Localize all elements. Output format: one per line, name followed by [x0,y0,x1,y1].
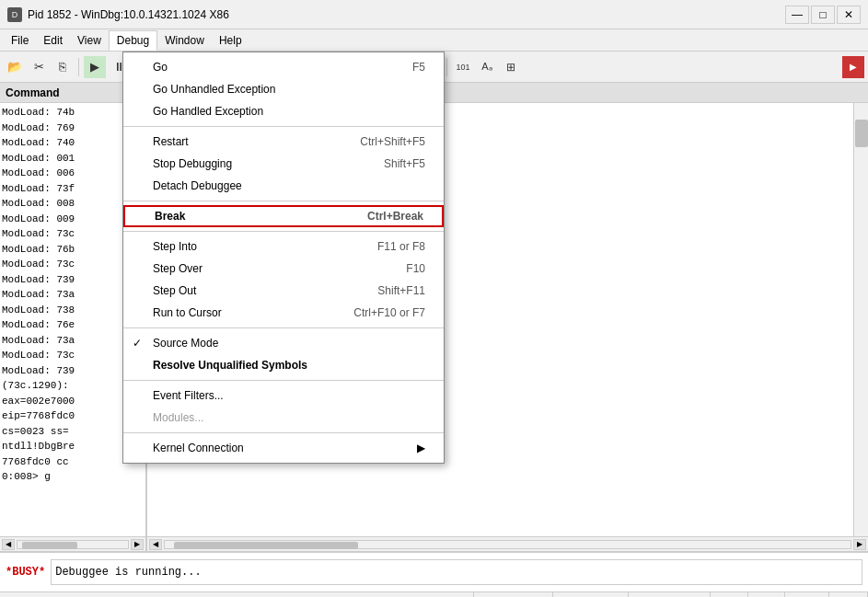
dd-sep4 [123,327,444,328]
status-num: NUM [829,592,868,597]
submenu-arrow-icon: ▶ [417,442,425,454]
menu-stop-debugging[interactable]: Stop Debugging Shift+F5 [123,153,444,175]
app-icon: D [7,7,22,22]
menu-modules: Modules... [123,407,444,429]
dd-sep1 [123,126,444,127]
menu-help[interactable]: Help [212,30,249,51]
status-caps: CAPS [785,592,829,597]
h-scroll-area: ◀ ▶ ◀ ▶ [0,536,868,551]
menu-step-over[interactable]: Step Over F10 [123,258,444,280]
menu-file[interactable]: File [4,30,36,51]
minimize-button[interactable]: — [785,6,809,24]
h-scroll-thumb-left[interactable] [22,542,77,549]
command-input[interactable] [51,559,862,585]
menu-resolve-symbols[interactable]: Resolve Unqualified Symbols [123,354,444,376]
title-controls: — □ ✕ [785,6,861,24]
scroll-thumb[interactable] [855,120,868,147]
busy-status: *BUSY* [6,566,45,579]
menu-kernel-connection[interactable]: Kernel Connection ▶ [123,437,444,459]
tb-console[interactable]: ▶ [842,56,864,78]
dd-sep3 [123,231,444,232]
tb-cut[interactable]: ✂ [28,56,50,78]
menu-bar: File Edit View Debug Window Help [0,29,868,52]
dd-sep5 [123,380,444,381]
vertical-scrollbar[interactable] [853,103,868,536]
menu-detach[interactable]: Detach Debuggee [123,175,444,197]
menu-step-out[interactable]: Step Out Shift+F11 [123,280,444,302]
menu-restart[interactable]: Restart Ctrl+Shift+F5 [123,131,444,153]
close-button[interactable]: ✕ [837,6,861,24]
title-bar: D Pid 1852 - WinDbg:10.0.14321.1024 X86 … [0,0,868,29]
tb-font[interactable]: Aₐ [476,56,498,78]
menu-run-to-cursor[interactable]: Run to Cursor Ctrl+F10 or F7 [123,302,444,324]
h-scroll-right-btn[interactable]: ▶ [131,539,144,550]
menu-edit[interactable]: Edit [36,30,70,51]
cmd-input-area: *BUSY* [0,551,868,591]
h-scroll-track-left[interactable] [17,540,129,549]
tb-copy[interactable]: ⎘ [52,56,74,78]
list-item: 0:008> g [2,469,144,485]
menu-go[interactable]: Go F5 [123,56,444,78]
tb-bytes[interactable]: 101 [452,56,474,78]
maximize-button[interactable]: □ [811,6,835,24]
h-scroll-track-right[interactable] [164,540,851,549]
status-sys: Sys 0:<Local> [474,592,554,597]
menu-debug[interactable]: Debug [109,30,157,51]
status-ln-col: Ln 0, Col 0 [409,592,473,597]
status-asm: ASM [711,592,748,597]
tb-options[interactable]: ⊞ [500,56,522,78]
menu-event-filters[interactable]: Event Filters... [123,385,444,407]
h-scroll-left-btn2[interactable]: ◀ [149,539,162,550]
status-proc: Proc 000:73c [553,592,629,597]
title-bar-left: D Pid 1852 - WinDbg:10.0.14321.1024 X86 [7,7,229,22]
menu-source-mode[interactable]: ✓ Source Mode [123,332,444,354]
tb-open[interactable]: 📂 [4,56,26,78]
menu-window[interactable]: Window [157,30,212,51]
h-scroll-right: ◀ ▶ [147,537,868,551]
menu-view[interactable]: View [70,30,109,51]
h-scroll-left: ◀ ▶ [0,537,147,551]
menu-step-into[interactable]: Step Into F11 or F8 [123,235,444,258]
menu-go-handled[interactable]: Go Handled Exception [123,100,444,122]
menu-go-unhandled[interactable]: Go Unhandled Exception [123,78,444,100]
tb-sep1 [78,58,79,76]
debug-dropdown-menu: Go F5 Go Unhandled Exception Go Handled … [122,52,445,464]
menu-break[interactable]: Break Ctrl+Break [123,205,444,227]
dd-sep6 [123,432,444,433]
status-ovr: OVR [748,592,786,597]
h-scroll-left-btn[interactable]: ◀ [2,539,15,550]
window-title: Pid 1852 - WinDbg:10.0.14321.1024 X86 [28,8,229,21]
dd-sep2 [123,201,444,201]
tb-run[interactable]: ▶ [84,56,106,78]
status-thrd: Thrd 008:1290 [629,592,711,597]
h-scroll-thumb-right[interactable] [174,542,358,549]
check-icon: ✓ [133,337,142,350]
status-bar: Debug operations Ln 0, Col 0 Sys 0:<Loca… [0,591,868,597]
tb-sep5 [446,58,447,76]
h-scroll-right-btn2[interactable]: ▶ [853,539,866,550]
